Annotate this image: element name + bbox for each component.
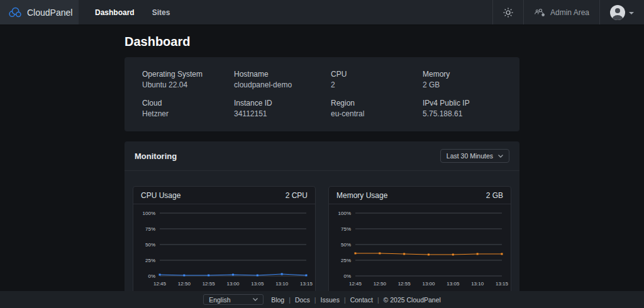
svg-text:13:05: 13:05 (251, 281, 264, 287)
svg-text:13:00: 13:00 (422, 281, 435, 287)
admin-area-button[interactable]: Admin Area (523, 0, 599, 25)
info-field-region: Region eu-central (331, 99, 423, 119)
cpu-usage-chart: 0%25%50%75%100%12:4512:5012:5513:0013:05… (133, 204, 315, 291)
monitoring-header: Monitoring Last 30 Minutes (125, 141, 519, 171)
footer-separator: | (289, 296, 291, 304)
memory-capacity: 2 GB (486, 191, 503, 200)
monitoring-card: Monitoring Last 30 Minutes CPU Usage 2 C… (125, 141, 519, 291)
main-nav: Dashboard Sites (79, 0, 492, 25)
svg-text:13:00: 13:00 (226, 281, 240, 287)
footer-copyright: © 2025 CloudPanel (384, 296, 441, 304)
info-label: Region (331, 99, 423, 108)
time-range-value: Last 30 Minutes (447, 152, 493, 160)
memory-chart-header: Memory Usage 2 GB (329, 187, 511, 204)
admin-area-label: Admin Area (550, 8, 589, 17)
svg-text:75%: 75% (341, 226, 351, 232)
footer-separator: | (377, 296, 379, 304)
memory-chart-title: Memory Usage (336, 191, 387, 200)
cpu-capacity: 2 CPU (286, 191, 308, 200)
info-label: Memory (423, 70, 502, 79)
svg-text:25%: 25% (341, 258, 351, 263)
svg-text:25%: 25% (145, 258, 155, 263)
info-field-instance-id: Instance ID 34112151 (234, 99, 331, 119)
info-field-cpu: CPU 2 (331, 70, 423, 90)
info-label: Hostname (234, 70, 331, 79)
monitoring-body: CPU Usage 2 CPU 0%25%50%75%100%12:4512:5… (125, 171, 519, 291)
info-value: Ubuntu 22.04 (142, 80, 234, 90)
info-field-cloud: Cloud Hetzner (142, 99, 234, 119)
svg-text:13:05: 13:05 (447, 281, 460, 287)
time-range-dropdown[interactable]: Last 30 Minutes (440, 149, 509, 163)
svg-text:12:55: 12:55 (398, 281, 411, 287)
language-selector[interactable]: English (203, 294, 264, 305)
info-value: Hetzner (142, 109, 234, 119)
svg-text:75%: 75% (145, 226, 155, 232)
nav-item-sites[interactable]: Sites (152, 8, 170, 17)
svg-text:100%: 100% (338, 211, 351, 216)
footer: English Blog | Docs | Issues | Contact |… (0, 291, 644, 308)
svg-text:12:45: 12:45 (349, 281, 362, 287)
cpu-usage-chart-card: CPU Usage 2 CPU 0%25%50%75%100%12:4512:5… (133, 186, 316, 291)
footer-separator: | (314, 296, 316, 304)
svg-text:12:45: 12:45 (153, 281, 167, 287)
info-value: 2 GB (423, 80, 502, 90)
brand-name: CloudPanel (27, 8, 72, 18)
svg-text:50%: 50% (341, 242, 351, 248)
chevron-down-icon (498, 155, 503, 158)
info-value: eu-central (331, 109, 423, 119)
page-title: Dashboard (125, 34, 519, 49)
info-value: 2 (331, 80, 423, 90)
avatar (610, 5, 625, 20)
cpu-chart-title: CPU Usage (141, 191, 180, 200)
footer-separator: | (344, 296, 346, 304)
info-value: 34112151 (234, 109, 331, 119)
svg-text:13:10: 13:10 (471, 281, 484, 287)
footer-links: Blog | Docs | Issues | Contact | © 2025 … (271, 296, 441, 304)
info-field-memory: Memory 2 GB (423, 70, 502, 90)
brand-logo[interactable]: CloudPanel (0, 0, 79, 25)
memory-usage-chart: 0%25%50%75%100%12:4512:5012:5513:0013:05… (329, 204, 511, 291)
svg-text:12:50: 12:50 (178, 281, 191, 287)
footer-link-contact[interactable]: Contact (350, 296, 373, 304)
top-navbar: CloudPanel Dashboard Sites (0, 0, 644, 25)
info-label: Instance ID (234, 99, 331, 108)
theme-toggle-button[interactable] (492, 0, 523, 25)
svg-text:12:55: 12:55 (203, 281, 216, 287)
nav-item-dashboard[interactable]: Dashboard (95, 8, 135, 17)
info-value: cloudpanel-demo (234, 80, 331, 90)
svg-text:13:15: 13:15 (496, 281, 509, 287)
info-label: Operating System (142, 70, 234, 79)
server-info-card: Operating System Ubuntu 22.04 Hostname c… (125, 57, 519, 131)
chevron-down-icon (629, 12, 634, 14)
main-area: Dashboard Operating System Ubuntu 22.04 … (0, 25, 644, 291)
info-field-operating-system: Operating System Ubuntu 22.04 (142, 70, 234, 90)
svg-text:12:50: 12:50 (374, 281, 387, 287)
info-label: Cloud (142, 99, 234, 108)
svg-text:0%: 0% (343, 273, 351, 279)
info-label: CPU (331, 70, 423, 79)
monitoring-title: Monitoring (135, 151, 177, 161)
user-menu[interactable] (599, 0, 644, 25)
cloudpanel-cloud-icon (8, 6, 22, 18)
users-gear-icon (534, 8, 545, 17)
info-field-hostname: Hostname cloudpanel-demo (234, 70, 331, 90)
navbar-right: Admin Area (492, 0, 644, 25)
svg-text:50%: 50% (145, 242, 155, 248)
svg-text:13:10: 13:10 (275, 281, 289, 287)
svg-text:13:15: 13:15 (300, 281, 313, 287)
memory-usage-chart-card: Memory Usage 2 GB 0%25%50%75%100%12:4512… (328, 186, 511, 291)
language-value: English (209, 296, 230, 304)
footer-link-issues[interactable]: Issues (321, 296, 340, 304)
footer-link-docs[interactable]: Docs (295, 296, 310, 304)
svg-text:100%: 100% (143, 211, 155, 216)
info-field-ipv4-public-ip: IPv4 Public IP 5.75.188.61 (423, 99, 502, 119)
svg-text:0%: 0% (148, 273, 155, 279)
info-label: IPv4 Public IP (423, 99, 502, 108)
info-value: 5.75.188.61 (423, 109, 502, 119)
sun-icon (503, 8, 513, 18)
cpu-chart-header: CPU Usage 2 CPU (133, 187, 315, 204)
chevron-down-icon (253, 298, 258, 301)
footer-link-blog[interactable]: Blog (271, 296, 284, 304)
